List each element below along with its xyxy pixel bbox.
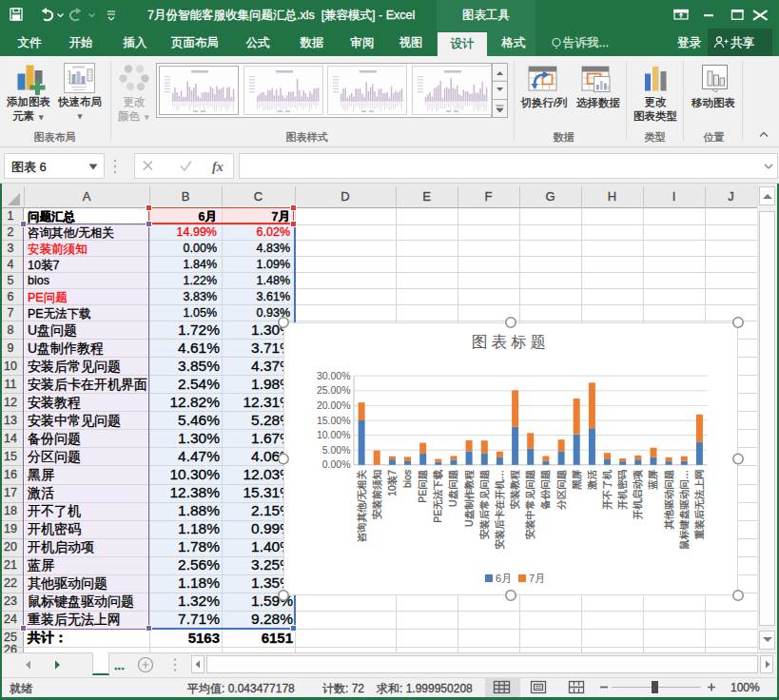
svg-text:fx: fx bbox=[212, 160, 224, 174]
